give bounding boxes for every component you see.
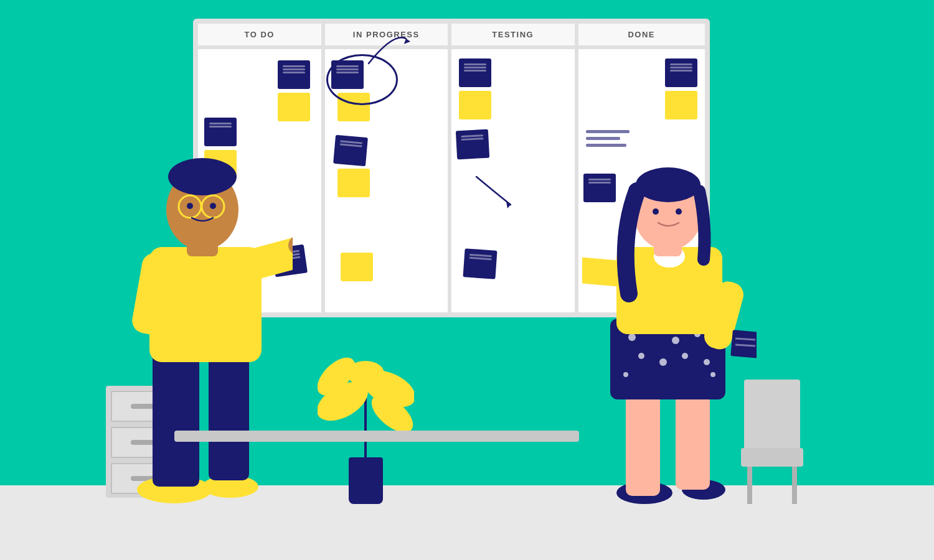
svg-point-50	[676, 208, 682, 215]
desk-surface	[174, 431, 579, 442]
svg-point-22	[210, 203, 216, 209]
plant-pot	[349, 457, 383, 504]
man-svg	[118, 132, 293, 505]
svg-point-37	[659, 358, 667, 366]
testing-column: TESTING	[451, 24, 578, 312]
woman-character	[582, 144, 757, 505]
sticky-yellow-1	[278, 93, 310, 121]
svg-point-41	[710, 372, 715, 377]
svg-rect-11	[209, 343, 249, 480]
sticky-yellow-testing-1	[459, 91, 491, 119]
svg-point-34	[672, 337, 679, 344]
inprogress-column: IN PROGRESS	[325, 24, 452, 312]
svg-point-48	[636, 167, 700, 202]
inprogress-body	[325, 49, 448, 312]
sticky-dark-1	[278, 60, 310, 89]
done-line-2	[586, 137, 620, 140]
svg-line-52	[735, 338, 755, 340]
sticky-yellow-inprogress-1	[337, 93, 370, 121]
sticky-dark-testing-2	[456, 129, 489, 160]
svg-point-40	[623, 372, 628, 377]
woman-svg	[582, 144, 757, 505]
note-group-done-1	[665, 58, 697, 119]
note-group-1	[278, 60, 310, 121]
todo-header: TO DO	[198, 24, 321, 49]
man-character	[118, 132, 293, 505]
testing-body	[451, 49, 575, 312]
testing-arrow-svg	[470, 174, 520, 211]
sticky-dark-done-1	[665, 58, 697, 87]
svg-rect-51	[730, 330, 757, 358]
note-group-testing-2	[456, 130, 489, 159]
chair-leg-right	[792, 467, 797, 504]
scene: TO DO	[0, 0, 934, 560]
svg-point-49	[653, 208, 659, 215]
note-bottom-inprogress	[341, 253, 373, 281]
svg-point-32	[628, 334, 636, 341]
svg-rect-10	[153, 343, 199, 487]
sticky-yellow-inprogress-2	[337, 169, 370, 197]
svg-rect-13	[233, 233, 293, 284]
note-group-testing-1	[459, 58, 491, 119]
circle-note-group	[331, 60, 370, 121]
arrow-svg	[356, 29, 418, 67]
svg-point-17	[168, 158, 237, 195]
sticky-yellow-done-1	[665, 91, 697, 119]
svg-point-21	[187, 203, 193, 209]
testing-header: TESTING	[451, 24, 575, 49]
sticky-yellow-inprogress-3	[341, 253, 373, 281]
sticky-dark-testing-3	[463, 248, 497, 279]
svg-point-36	[638, 353, 644, 359]
note-bottom-testing	[464, 250, 496, 278]
sticky-dark-inprogress-2	[333, 135, 368, 166]
sticky-dark-testing-1	[459, 58, 491, 87]
svg-line-53	[735, 345, 755, 346]
done-line-1	[586, 130, 630, 133]
svg-point-38	[682, 353, 688, 359]
svg-point-39	[704, 359, 710, 365]
note-group-inprogress-2	[334, 136, 370, 197]
done-header: DONE	[578, 24, 705, 49]
plant-leaves-svg	[318, 339, 414, 464]
plant	[349, 457, 383, 504]
